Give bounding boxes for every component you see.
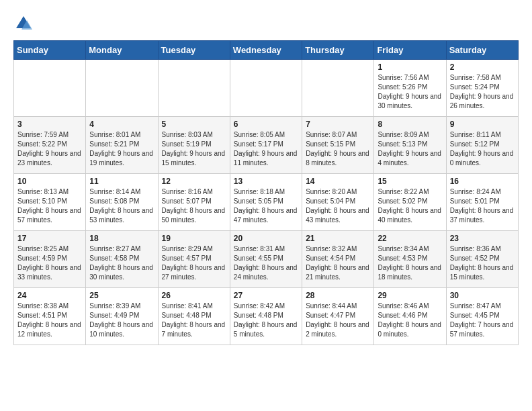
day-info: Sunrise: 8:42 AM Sunset: 4:48 PM Dayligh…	[234, 302, 298, 339]
calendar-cell: 26Sunrise: 8:41 AM Sunset: 4:48 PM Dayli…	[158, 288, 230, 345]
calendar-week-row: 10Sunrise: 8:13 AM Sunset: 5:10 PM Dayli…	[14, 174, 519, 231]
calendar-cell: 23Sunrise: 8:36 AM Sunset: 4:52 PM Dayli…	[446, 231, 518, 288]
day-info: Sunrise: 8:14 AM Sunset: 5:08 PM Dayligh…	[89, 187, 154, 225]
day-number: 22	[378, 234, 442, 243]
calendar-cell: 7Sunrise: 8:07 AM Sunset: 5:15 PM Daylig…	[302, 117, 374, 174]
calendar-cell: 16Sunrise: 8:24 AM Sunset: 5:01 PM Dayli…	[446, 174, 518, 231]
calendar-cell: 15Sunrise: 8:22 AM Sunset: 5:02 PM Dayli…	[374, 174, 446, 231]
day-info: Sunrise: 8:01 AM Sunset: 5:21 PM Dayligh…	[89, 130, 154, 168]
calendar-cell: 6Sunrise: 8:05 AM Sunset: 5:17 PM Daylig…	[230, 117, 302, 174]
calendar-cell	[14, 60, 86, 117]
day-info: Sunrise: 8:47 AM Sunset: 4:45 PM Dayligh…	[450, 302, 515, 339]
day-info: Sunrise: 8:24 AM Sunset: 5:01 PM Dayligh…	[450, 187, 515, 225]
day-info: Sunrise: 7:58 AM Sunset: 5:24 PM Dayligh…	[450, 73, 515, 111]
day-number: 29	[378, 291, 442, 300]
day-number: 24	[17, 291, 82, 300]
day-info: Sunrise: 8:39 AM Sunset: 4:49 PM Dayligh…	[89, 302, 154, 339]
calendar-week-row: 17Sunrise: 8:25 AM Sunset: 4:59 PM Dayli…	[14, 231, 519, 288]
day-number: 8	[378, 120, 442, 129]
day-info: Sunrise: 8:13 AM Sunset: 5:10 PM Dayligh…	[17, 187, 82, 225]
day-number: 3	[17, 120, 82, 129]
day-info: Sunrise: 8:34 AM Sunset: 4:53 PM Dayligh…	[378, 244, 442, 282]
calendar-cell: 27Sunrise: 8:42 AM Sunset: 4:48 PM Dayli…	[230, 288, 302, 345]
day-info: Sunrise: 8:38 AM Sunset: 4:51 PM Dayligh…	[17, 302, 82, 339]
calendar-cell: 19Sunrise: 8:29 AM Sunset: 4:57 PM Dayli…	[158, 231, 230, 288]
day-info: Sunrise: 8:22 AM Sunset: 5:02 PM Dayligh…	[378, 187, 442, 225]
calendar-cell: 18Sunrise: 8:27 AM Sunset: 4:58 PM Dayli…	[86, 231, 158, 288]
day-info: Sunrise: 8:05 AM Sunset: 5:17 PM Dayligh…	[234, 130, 298, 168]
day-number: 26	[162, 291, 226, 300]
weekday-header-tuesday: Tuesday	[158, 41, 230, 60]
day-info: Sunrise: 7:56 AM Sunset: 5:26 PM Dayligh…	[378, 73, 442, 111]
calendar-cell: 20Sunrise: 8:31 AM Sunset: 4:55 PM Dayli…	[230, 231, 302, 288]
day-number: 28	[306, 291, 370, 300]
day-info: Sunrise: 8:32 AM Sunset: 4:54 PM Dayligh…	[306, 244, 370, 282]
calendar-cell: 2Sunrise: 7:58 AM Sunset: 5:24 PM Daylig…	[446, 60, 518, 117]
day-info: Sunrise: 8:31 AM Sunset: 4:55 PM Dayligh…	[234, 244, 298, 282]
calendar-header-row: SundayMondayTuesdayWednesdayThursdayFrid…	[14, 41, 519, 60]
page-header	[13, 13, 519, 34]
calendar-cell: 22Sunrise: 8:34 AM Sunset: 4:53 PM Dayli…	[374, 231, 446, 288]
calendar-cell: 11Sunrise: 8:14 AM Sunset: 5:08 PM Dayli…	[86, 174, 158, 231]
calendar-cell: 13Sunrise: 8:18 AM Sunset: 5:05 PM Dayli…	[230, 174, 302, 231]
calendar-cell: 30Sunrise: 8:47 AM Sunset: 4:45 PM Dayli…	[446, 288, 518, 345]
day-number: 12	[162, 177, 226, 186]
calendar-cell: 9Sunrise: 8:11 AM Sunset: 5:12 PM Daylig…	[446, 117, 518, 174]
calendar-cell: 21Sunrise: 8:32 AM Sunset: 4:54 PM Dayli…	[302, 231, 374, 288]
day-info: Sunrise: 8:44 AM Sunset: 4:47 PM Dayligh…	[306, 302, 370, 339]
weekday-header-friday: Friday	[374, 41, 446, 60]
day-info: Sunrise: 8:41 AM Sunset: 4:48 PM Dayligh…	[162, 302, 226, 339]
day-number: 15	[378, 177, 442, 186]
logo	[13, 13, 36, 34]
day-number: 14	[306, 177, 370, 186]
calendar-week-row: 1Sunrise: 7:56 AM Sunset: 5:26 PM Daylig…	[14, 60, 519, 117]
calendar-cell: 29Sunrise: 8:46 AM Sunset: 4:46 PM Dayli…	[374, 288, 446, 345]
day-number: 4	[89, 120, 154, 129]
day-number: 1	[378, 62, 442, 72]
calendar-cell: 10Sunrise: 8:13 AM Sunset: 5:10 PM Dayli…	[14, 174, 86, 231]
day-info: Sunrise: 8:29 AM Sunset: 4:57 PM Dayligh…	[162, 244, 226, 282]
calendar-cell: 1Sunrise: 7:56 AM Sunset: 5:26 PM Daylig…	[374, 60, 446, 117]
logo-icon	[13, 13, 34, 34]
day-number: 7	[306, 120, 370, 129]
day-number: 21	[306, 234, 370, 243]
day-number: 23	[450, 234, 515, 243]
day-number: 9	[450, 120, 515, 129]
calendar-cell	[230, 60, 302, 117]
weekday-header-saturday: Saturday	[446, 41, 518, 60]
day-number: 5	[162, 120, 226, 129]
day-info: Sunrise: 8:36 AM Sunset: 4:52 PM Dayligh…	[450, 244, 515, 282]
day-number: 27	[234, 291, 298, 300]
day-number: 6	[234, 120, 298, 129]
day-number: 30	[450, 291, 515, 300]
day-number: 17	[17, 234, 82, 243]
day-number: 2	[450, 62, 515, 72]
weekday-header-monday: Monday	[86, 41, 158, 60]
calendar-week-row: 3Sunrise: 7:59 AM Sunset: 5:22 PM Daylig…	[14, 117, 519, 174]
calendar-week-row: 24Sunrise: 8:38 AM Sunset: 4:51 PM Dayli…	[14, 288, 519, 345]
weekday-header-sunday: Sunday	[14, 41, 86, 60]
day-info: Sunrise: 8:20 AM Sunset: 5:04 PM Dayligh…	[306, 187, 370, 225]
weekday-header-thursday: Thursday	[302, 41, 374, 60]
day-info: Sunrise: 8:16 AM Sunset: 5:07 PM Dayligh…	[162, 187, 226, 225]
weekday-header-wednesday: Wednesday	[230, 41, 302, 60]
day-number: 19	[162, 234, 226, 243]
calendar-cell: 24Sunrise: 8:38 AM Sunset: 4:51 PM Dayli…	[14, 288, 86, 345]
day-info: Sunrise: 8:46 AM Sunset: 4:46 PM Dayligh…	[378, 302, 442, 339]
calendar-cell: 14Sunrise: 8:20 AM Sunset: 5:04 PM Dayli…	[302, 174, 374, 231]
day-info: Sunrise: 7:59 AM Sunset: 5:22 PM Dayligh…	[17, 130, 82, 168]
day-info: Sunrise: 8:03 AM Sunset: 5:19 PM Dayligh…	[162, 130, 226, 168]
day-info: Sunrise: 8:27 AM Sunset: 4:58 PM Dayligh…	[89, 244, 154, 282]
calendar-cell: 8Sunrise: 8:09 AM Sunset: 5:13 PM Daylig…	[374, 117, 446, 174]
day-number: 18	[89, 234, 154, 243]
day-number: 13	[234, 177, 298, 186]
calendar-cell	[86, 60, 158, 117]
day-info: Sunrise: 8:07 AM Sunset: 5:15 PM Dayligh…	[306, 130, 370, 168]
calendar-cell: 5Sunrise: 8:03 AM Sunset: 5:19 PM Daylig…	[158, 117, 230, 174]
day-info: Sunrise: 8:25 AM Sunset: 4:59 PM Dayligh…	[17, 244, 82, 282]
calendar-cell: 3Sunrise: 7:59 AM Sunset: 5:22 PM Daylig…	[14, 117, 86, 174]
calendar-cell	[302, 60, 374, 117]
calendar-cell: 25Sunrise: 8:39 AM Sunset: 4:49 PM Dayli…	[86, 288, 158, 345]
day-info: Sunrise: 8:09 AM Sunset: 5:13 PM Dayligh…	[378, 130, 442, 168]
calendar-cell: 28Sunrise: 8:44 AM Sunset: 4:47 PM Dayli…	[302, 288, 374, 345]
